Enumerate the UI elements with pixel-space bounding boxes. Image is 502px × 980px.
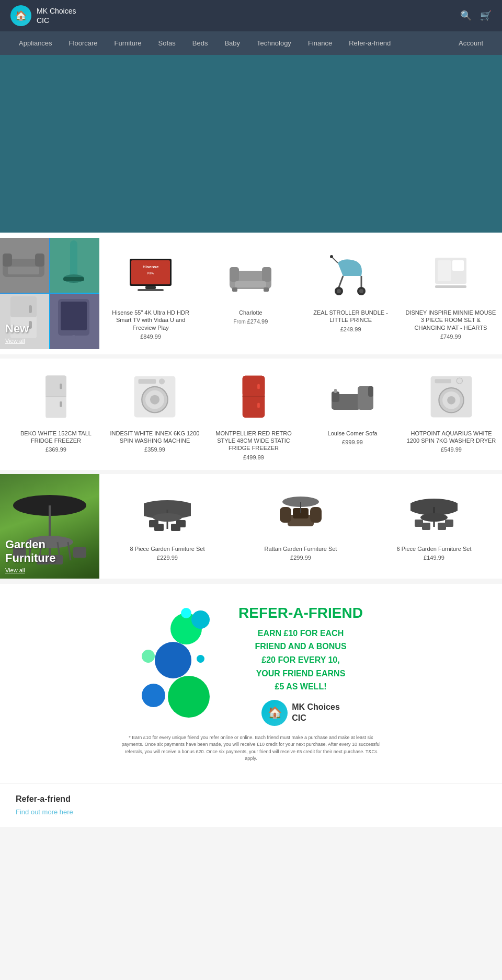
bubble-3 [181, 608, 191, 618]
product-img-disney [405, 247, 497, 305]
product-card-stroller[interactable]: ZEAL STROLLER BUNDLE - LITTLE PRINCE £24… [302, 243, 400, 337]
footer-refer-link[interactable]: Find out more here [16, 808, 73, 816]
product-card-fridge[interactable]: BEKO WHITE 152CM TALL FRIDGE FREEZER £36… [8, 364, 104, 457]
nav-furniture[interactable]: Furniture [106, 31, 150, 55]
svg-text:Hisense: Hisense [143, 264, 159, 269]
new-banner-viewall[interactable]: View all [5, 338, 94, 344]
bubble-7 [142, 684, 165, 707]
appliances-section: BEKO WHITE 152CM TALL FRIDGE FREEZER £36… [0, 359, 502, 470]
garden-banner-overlay: Garden Furniture View all [0, 533, 99, 579]
garden-section: Garden Furniture View all 8 Piece Garden… [0, 474, 502, 579]
banner-cell-vacuum [50, 238, 99, 293]
product-price-disney: £749.99 [440, 333, 461, 340]
nav-beds[interactable]: Beds [184, 31, 216, 55]
garden-banner[interactable]: Garden Furniture View all [0, 474, 99, 579]
bubble-2 [191, 610, 210, 629]
svg-point-29 [337, 289, 341, 293]
brand-name: MK Choices CIC [37, 6, 76, 25]
svg-text:FIFA: FIFA [147, 272, 154, 275]
svg-rect-36 [452, 260, 464, 271]
svg-rect-92 [415, 520, 423, 527]
refer-body: EARN £10 FOR EACH FRIEND AND A BONUS £20… [238, 627, 363, 694]
nav-floorcare[interactable]: Floorcare [61, 31, 106, 55]
nav-appliances[interactable]: Appliances [10, 31, 61, 55]
product-card-garden-6[interactable]: 6 Piece Garden Furniture Set £149.99 [369, 479, 499, 565]
refer-small-print: * Earn £10 for every unique friend you r… [120, 734, 382, 763]
product-price-washer-dryer: £549.99 [441, 446, 462, 453]
garden-banner-viewall[interactable]: View all [5, 567, 94, 573]
product-price-red-fridge: £499.99 [243, 454, 264, 460]
product-name-tv: Hisense 55" 4K Ultra HD HDR Smart TV wit… [105, 309, 197, 331]
nav-refer[interactable]: Refer-a-friend [340, 31, 399, 55]
svg-rect-82 [171, 524, 180, 531]
nav-account[interactable]: Account [450, 31, 492, 55]
svg-rect-8 [10, 296, 37, 317]
product-price-garden-8: £229.99 [157, 555, 178, 561]
refer-logo-row: 🏠 MK Choices CIC [238, 700, 363, 726]
main-nav: Appliances Floorcare Furniture Sofas Bed… [0, 31, 502, 55]
product-name-washer-dryer: HOTPOINT AQUARIUS WHITE 1200 SPIN 7KG WA… [406, 430, 497, 445]
bubbles-area [139, 608, 223, 723]
svg-point-46 [150, 395, 159, 405]
svg-rect-57 [368, 386, 373, 397]
svg-rect-19 [138, 289, 164, 291]
svg-rect-94 [422, 523, 430, 530]
product-card-red-fridge[interactable]: MONTPELLIER RED RETRO STYLE 48CM WIDE ST… [206, 364, 302, 465]
svg-point-31 [359, 289, 363, 293]
product-img-garden-8 [105, 483, 230, 541]
svg-rect-25 [264, 287, 269, 292]
search-icon[interactable]: 🔍 [460, 10, 472, 21]
svg-rect-3 [8, 267, 39, 274]
svg-line-32 [333, 258, 338, 263]
refer-section: REFER-A-FRIEND EARN £10 FOR EACH FRIEND … [0, 584, 502, 783]
product-img-washer [109, 368, 200, 425]
logo-icon: 🏠 [10, 5, 31, 26]
product-card-sofa[interactable]: Charlotte From £274.99 [202, 243, 299, 329]
product-card-washer-dryer[interactable]: HOTPOINT AQUARIUS WHITE 1200 SPIN 7KG WA… [403, 364, 499, 457]
product-img-garden-rattan [238, 483, 363, 541]
product-img-tv: Hisense FIFA [105, 247, 197, 305]
garden-banner-label: Garden Furniture [5, 538, 94, 565]
svg-rect-18 [145, 286, 156, 289]
svg-rect-47 [139, 379, 156, 384]
product-name-sofa: Charlotte [239, 309, 263, 316]
logo-area[interactable]: 🏠 MK Choices CIC [10, 5, 76, 26]
product-name-fridge: BEKO WHITE 152CM TALL FRIDGE FREEZER [10, 430, 101, 445]
product-img-red-fridge [208, 368, 299, 425]
product-card-garden-8[interactable]: 8 Piece Garden Furniture Set £229.99 [102, 479, 233, 565]
product-name-washer: INDESIT WHITE INNEX 6KG 1200 SPIN WASHIN… [109, 430, 200, 445]
svg-rect-37 [435, 285, 466, 288]
svg-rect-42 [60, 401, 62, 407]
refer-title: REFER-A-FRIEND [238, 605, 363, 621]
product-card-tv[interactable]: Hisense FIFA Hisense 55" 4K Ultra HD HDR… [102, 243, 199, 344]
product-name-disney: DISNEY INSPIRE MINNIE MOUSE 3 PIECE ROOM… [405, 309, 497, 331]
nav-technology[interactable]: Technology [248, 31, 300, 55]
svg-rect-53 [257, 403, 260, 408]
cart-icon[interactable]: 🛒 [480, 10, 492, 21]
product-price-washer: £359.99 [144, 446, 165, 453]
product-price-stroller: £249.99 [340, 326, 361, 332]
svg-rect-84 [280, 507, 291, 523]
product-name-corner-sofa: Louise Corner Sofa [328, 430, 378, 437]
svg-rect-2 [35, 253, 44, 267]
product-card-disney[interactable]: DISNEY INSPIRE MINNIE MOUSE 3 PIECE ROOM… [402, 243, 499, 344]
product-name-stroller: ZEAL STROLLER BUNDLE - LITTLE PRINCE [305, 309, 397, 324]
svg-rect-24 [232, 287, 237, 292]
product-card-garden-rattan[interactable]: Rattan Garden Furniture Set £299.99 [235, 479, 366, 565]
footer-refer-title: Refer-a-friend [16, 794, 486, 804]
new-banner[interactable]: New View all [0, 238, 99, 349]
nav-sofas[interactable]: Sofas [150, 31, 184, 55]
product-price-tv: £849.99 [140, 333, 161, 340]
svg-rect-85 [310, 507, 322, 523]
site-header: 🏠 MK Choices CIC 🔍 🛒 [0, 0, 502, 31]
svg-rect-81 [154, 524, 164, 531]
svg-point-91 [420, 513, 448, 522]
product-card-washer[interactable]: INDESIT WHITE INNEX 6KG 1200 SPIN WASHIN… [107, 364, 203, 457]
nav-finance[interactable]: Finance [300, 31, 340, 55]
product-card-corner-sofa[interactable]: Louise Corner Sofa £999.99 [304, 364, 401, 449]
product-name-red-fridge: MONTPELLIER RED RETRO STYLE 48CM WIDE ST… [208, 430, 299, 452]
new-banner-label: New [5, 322, 94, 336]
product-img-corner-sofa [307, 368, 398, 425]
nav-baby[interactable]: Baby [216, 31, 248, 55]
product-price-garden-rattan: £299.99 [290, 555, 311, 561]
